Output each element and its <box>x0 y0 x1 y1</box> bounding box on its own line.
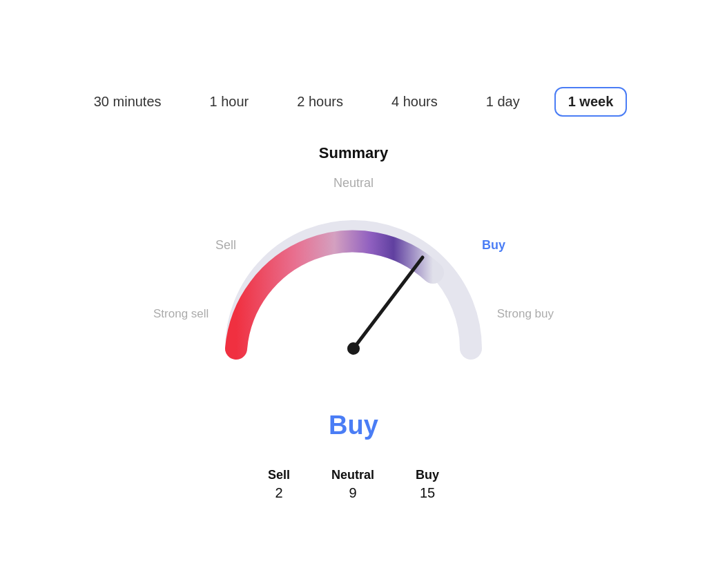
stat-neutral: Neutral9 <box>331 468 374 501</box>
stat-label: Buy <box>416 468 439 482</box>
label-strong-sell: Strong sell <box>153 307 209 321</box>
svg-point-1 <box>347 342 360 355</box>
stat-sell: Sell2 <box>268 468 290 501</box>
label-buy: Buy <box>482 238 505 253</box>
filter-30min[interactable]: 30 minutes <box>80 87 175 117</box>
gauge-container: Neutral Sell Buy Strong sell Strong buy <box>160 169 547 404</box>
filter-2h[interactable]: 2 hours <box>283 87 357 117</box>
stat-value: 2 <box>275 485 282 501</box>
filter-1h[interactable]: 1 hour <box>196 87 263 117</box>
svg-line-0 <box>354 257 423 349</box>
filter-1d[interactable]: 1 day <box>472 87 534 117</box>
stat-value: 15 <box>420 485 435 501</box>
stat-label: Neutral <box>331 468 374 482</box>
time-filter-bar: 30 minutes1 hour2 hours4 hours1 day1 wee… <box>0 87 707 117</box>
stats-row: Sell2Neutral9Buy15 <box>268 468 439 501</box>
filter-4h[interactable]: 4 hours <box>378 87 452 117</box>
gauge-svg <box>222 197 485 376</box>
summary-title: Summary <box>319 144 388 162</box>
stat-label: Sell <box>268 468 290 482</box>
stat-buy: Buy15 <box>416 468 439 501</box>
result-label: Buy <box>329 411 378 440</box>
label-neutral: Neutral <box>333 176 374 190</box>
stat-value: 9 <box>349 485 356 501</box>
main-container: 30 minutes1 hour2 hours4 hours1 day1 wee… <box>0 73 707 515</box>
filter-1w[interactable]: 1 week <box>554 87 628 117</box>
label-strong-buy: Strong buy <box>497 307 554 321</box>
